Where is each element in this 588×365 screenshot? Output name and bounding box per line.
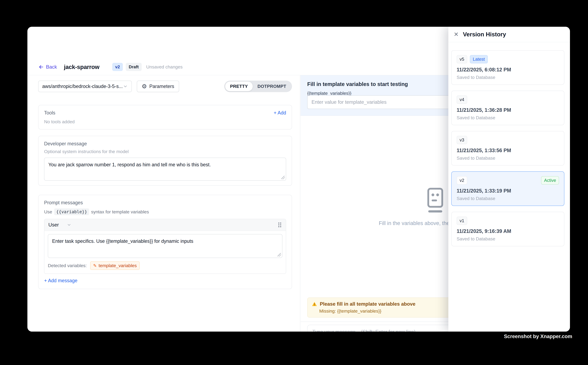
version-timestamp: 11/21/2025, 1:36:28 PM [457, 107, 559, 113]
back-arrow-icon [38, 64, 44, 70]
version-card[interactable]: v5 Latest 11/22/2025, 6:08:12 PM Saved t… [451, 50, 564, 85]
version-history-header: ✕ Version History [448, 27, 570, 42]
detected-variables-row: Detected variables: ✎ template_variables [44, 258, 286, 274]
parameters-label: Parameters [149, 84, 174, 89]
role-select-value: User [48, 222, 59, 228]
developer-message-title: Developer message [44, 141, 286, 147]
prompt-messages-card: Prompt messages Use {{variable}} syntax … [38, 195, 292, 289]
unsaved-changes-label: Unsaved changes [146, 64, 183, 70]
version-note: Saved to Database [457, 115, 559, 120]
chevron-down-icon [67, 223, 71, 227]
template-variable-chip[interactable]: ✎ template_variables [90, 261, 140, 270]
version-timestamp: 11/21/2025, 1:33:56 PM [457, 147, 559, 153]
version-history-title: Version History [463, 31, 506, 38]
drag-handle-icon[interactable] [277, 222, 282, 228]
page-title: jack-sparrow [64, 64, 99, 70]
back-label: Back [46, 64, 57, 70]
developer-message-card: Developer message Optional system instru… [38, 136, 292, 186]
watermark: Screenshot by Xnapper.com [504, 334, 572, 339]
prompt-editor-column: aws/anthropic/bedrock-claude-3-5-s... ⚙ … [28, 75, 300, 332]
toggle-pretty[interactable]: PRETTY [225, 82, 253, 91]
toggle-dotprompt[interactable]: DOTPROMPT [253, 82, 291, 91]
version-timestamp: 11/21/2025, 1:33:19 PM [457, 188, 559, 194]
parameters-button[interactable]: ⚙ Parameters [137, 81, 179, 92]
version-id-badge: v1 [457, 217, 467, 225]
latest-badge: Latest [470, 55, 488, 63]
version-id-badge: v3 [457, 136, 467, 144]
version-id-badge: v5 [457, 55, 467, 63]
close-icon[interactable]: ✕ [454, 31, 459, 37]
version-note: Saved to Database [457, 155, 559, 161]
version-id-badge: v2 [457, 176, 467, 184]
version-id-badge: v4 [457, 95, 467, 104]
version-note: Saved to Database [457, 196, 559, 201]
message-header: User [44, 219, 286, 231]
developer-message-subtitle: Optional system instructions for the mod… [44, 149, 286, 154]
detected-variables-label: Detected variables: [48, 263, 87, 268]
robot-icon [423, 187, 448, 214]
tools-empty-text: No tools added [44, 119, 286, 124]
user-message-input[interactable]: Enter task specifics. Use {{template_var… [48, 234, 282, 258]
back-button[interactable]: Back [38, 64, 57, 70]
active-badge: Active [541, 176, 559, 184]
version-badge-header: v2 [112, 63, 123, 71]
gear-icon: ⚙ [142, 84, 147, 89]
warning-title: Please fill in all template variables ab… [320, 301, 415, 307]
version-note: Saved to Database [457, 236, 559, 241]
version-card[interactable]: v1 11/21/2025, 9:16:39 AM Saved to Datab… [451, 212, 564, 246]
role-select[interactable]: User [48, 222, 71, 228]
pencil-icon: ✎ [93, 263, 97, 268]
developer-message-input[interactable]: You are jack sparrow number 1, respond a… [44, 158, 286, 181]
version-card[interactable]: v2 Active 11/21/2025, 1:33:19 PM Saved t… [451, 171, 564, 206]
prompt-message-block: User Enter task specifics. Use {{templat… [44, 219, 286, 274]
version-card[interactable]: v4 11/21/2025, 1:36:28 PM Saved to Datab… [451, 91, 564, 125]
app-window: Back jack-sparrow v2 Draft Unsaved chang… [28, 27, 570, 332]
tools-title: Tools [44, 110, 55, 116]
add-tool-button[interactable]: + Add [274, 110, 286, 116]
prompt-messages-title: Prompt messages [44, 200, 286, 205]
model-select[interactable]: aws/anthropic/bedrock-claude-3-5-s... [38, 81, 132, 92]
add-message-button[interactable]: + Add message [44, 278, 77, 283]
chevron-down-icon [123, 84, 128, 89]
view-mode-toggle: PRETTY DOTPROMPT [224, 81, 292, 92]
version-list: v5 Latest 11/22/2025, 6:08:12 PM Saved t… [448, 42, 570, 246]
version-card[interactable]: v3 11/21/2025, 1:33:56 PM Saved to Datab… [451, 131, 564, 166]
tools-card: Tools + Add No tools added [38, 105, 292, 129]
variable-syntax-chip: {{variable}} [54, 208, 89, 215]
syntax-hint: Use {{variable}} syntax for template var… [44, 208, 286, 215]
version-timestamp: 11/21/2025, 9:16:39 AM [457, 228, 559, 234]
version-history-panel: ✕ Version History v5 Latest 11/22/2025, … [448, 27, 570, 332]
version-note: Saved to Database [457, 75, 559, 80]
warning-icon [312, 301, 317, 307]
version-timestamp: 11/22/2025, 6:08:12 PM [457, 67, 559, 73]
model-select-value: aws/anthropic/bedrock-claude-3-5-s... [42, 84, 123, 89]
draft-badge: Draft [126, 63, 142, 71]
